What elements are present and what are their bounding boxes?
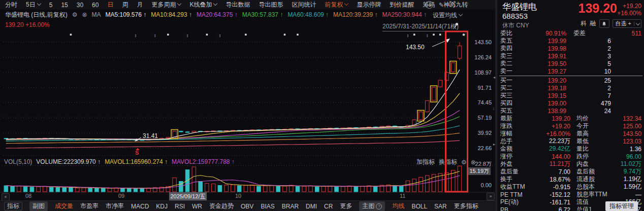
stat-value: 1.59亿 bbox=[613, 183, 641, 191]
stat-value: 125.00 bbox=[613, 123, 641, 130]
toolbar-item-周[interactable]: 周 bbox=[122, 1, 128, 9]
tab-副图[interactable]: 副图 bbox=[29, 201, 48, 211]
add-watchlist-button[interactable]: 自选 + bbox=[613, 19, 641, 28]
stat-value: 29.42亿 bbox=[539, 145, 570, 153]
stat-value: 96.00 bbox=[613, 153, 641, 160]
scroll-right-button[interactable]: » bbox=[487, 193, 495, 200]
bid-row[interactable]: 买五138.9924 bbox=[497, 107, 644, 115]
svg-text:↕: ↕ bbox=[407, 33, 409, 38]
ma-line bbox=[6, 133, 460, 143]
price-change: +19.20 bbox=[623, 3, 641, 10]
candles bbox=[4, 42, 462, 140]
alert-bell-icon[interactable] bbox=[599, 19, 609, 28]
ask-row[interactable]: 卖二139.505 bbox=[497, 60, 644, 67]
set-ma-button[interactable]: 设置均线 bbox=[433, 11, 462, 20]
toolbar-item-5日[interactable]: 5日 bbox=[26, 1, 41, 9]
tab-CR[interactable]: CR bbox=[324, 203, 333, 210]
toolbar-item-30[interactable]: 30 bbox=[77, 2, 83, 9]
toolbar-item-导出数据[interactable]: 导出数据 bbox=[226, 1, 250, 9]
tab-RSI[interactable]: RSI bbox=[175, 203, 185, 210]
ma-line bbox=[6, 126, 460, 141]
mavol2-value: MAVOL2:159777.788 ↑ bbox=[172, 158, 235, 165]
tab-资金趋势[interactable]: 资金趋势 bbox=[209, 202, 234, 210]
tab-成交量[interactable]: 成交量 bbox=[55, 202, 73, 210]
stat-row: 总手22.23万最低123.03 bbox=[497, 137, 644, 145]
tab-市盈率[interactable]: 市盈率 bbox=[80, 202, 99, 210]
tab-KDJ[interactable]: KDJ bbox=[156, 203, 168, 210]
ask-qty: 10 bbox=[566, 68, 611, 75]
toolbar-item-导出图形[interactable]: 导出图形 bbox=[259, 1, 283, 9]
bid-row[interactable]: 买四139.00479 bbox=[497, 99, 644, 107]
quote-rows: 委比90.91%委差511卖五139.996卖四139.982卖三139.913… bbox=[497, 29, 644, 211]
stat-value: -161.71 bbox=[539, 199, 570, 206]
toolbar-item-更多周期[interactable]: 更多周期 bbox=[151, 1, 181, 9]
tab-OBV[interactable]: OBV bbox=[241, 203, 253, 210]
bid-qty: 25 bbox=[566, 77, 611, 84]
draw-pen-icon[interactable]: ✎ bbox=[439, 2, 444, 9]
time-axis-label: 09 bbox=[118, 193, 124, 199]
tab-BRAR[interactable]: BRAR bbox=[282, 203, 299, 210]
ask-row[interactable]: 卖四139.982 bbox=[497, 45, 644, 52]
ask-price: 139.91 bbox=[521, 53, 566, 60]
splitter-grip-icon[interactable]: ⁞ bbox=[493, 107, 494, 111]
toolbar-item-日[interactable]: 日 bbox=[107, 1, 113, 9]
mavol1-value: MAVOL1:165960.274 ↑ bbox=[105, 158, 168, 165]
toolbar-item-15[interactable]: 15 bbox=[61, 2, 68, 9]
app-root: 分时5日5153060日周月更多周期K线叠加导出数据导出图形区间统计前复权显示停… bbox=[0, 0, 644, 211]
weibi-row: 委比90.91%委差511 bbox=[497, 29, 644, 37]
tab-BIAS[interactable]: BIAS bbox=[261, 203, 274, 210]
stat-row: 外盘11.21万内盘11.02万 bbox=[497, 160, 644, 168]
ma-value: MA20:64.375 ↑ bbox=[197, 11, 238, 18]
tab-均线[interactable]: 均线 bbox=[392, 202, 404, 210]
tab-主图[interactable]: 主图? bbox=[359, 201, 385, 211]
tag-margin: 融 bbox=[590, 19, 596, 28]
ask-row[interactable]: 卖五139.996 bbox=[497, 37, 644, 45]
bid-row[interactable]: 买一139.2025 bbox=[497, 77, 644, 84]
bid-price: 139.15 bbox=[521, 92, 566, 99]
toolbar-item-分时[interactable]: 分时 bbox=[5, 1, 17, 9]
toolbar-item-5[interactable]: 5 bbox=[49, 2, 53, 9]
collapse-handle-icon[interactable]: ◂ bbox=[493, 75, 495, 80]
ask-row[interactable]: 卖三139.913 bbox=[497, 52, 644, 60]
toolbar-item-显示停牌[interactable]: 显示停牌 bbox=[357, 1, 381, 9]
tab-更多[interactable]: 更多 bbox=[340, 202, 352, 210]
date-range-label[interactable]: 2025/7/31-2025/11/14(71根) bbox=[382, 22, 459, 31]
ask-qty: 6 bbox=[566, 38, 611, 45]
stat-row: 收益TTM-0.915总股本1.59亿 bbox=[497, 183, 644, 191]
fullscreen-icon[interactable] bbox=[449, 1, 456, 9]
tab-SAR[interactable]: SAR bbox=[434, 203, 447, 210]
indicator-manager-button[interactable]: 指标管理 bbox=[605, 201, 638, 211]
stat-row: 涨幅+16.00%最高143.50 bbox=[497, 130, 644, 137]
toolbar-item-前复权[interactable]: 前复权 bbox=[325, 1, 348, 9]
expand-handle-icon[interactable]: ▸ bbox=[493, 142, 495, 147]
add-indicator-button[interactable]: 加指标 bbox=[416, 158, 435, 166]
gear-icon[interactable]: ⚙ bbox=[72, 11, 78, 18]
tab-BOLL[interactable]: BOLL bbox=[411, 203, 427, 210]
stat-row: 金额29.42亿量比1.36 bbox=[497, 145, 644, 153]
ask-row[interactable]: 卖一139.2710 bbox=[497, 67, 644, 75]
ask-label: 卖一 bbox=[500, 67, 521, 76]
tab-市净率[interactable]: 市净率 bbox=[106, 202, 124, 210]
svg-text:↕: ↕ bbox=[219, 33, 221, 38]
toolbar-item-到价提醒[interactable]: 到价提醒 bbox=[390, 1, 414, 9]
chevron-down-icon bbox=[344, 2, 348, 6]
toolbar-item-K线叠加[interactable]: K线叠加 bbox=[189, 1, 217, 9]
scroll-left-button[interactable]: « bbox=[2, 193, 10, 201]
close-icon[interactable]: ⊗ bbox=[82, 11, 87, 18]
toolbar-item-60[interactable]: 60 bbox=[92, 2, 99, 9]
timer-icon[interactable] bbox=[426, 1, 433, 9]
switch-indicator-button[interactable]: 换指标 bbox=[439, 158, 457, 166]
toolbar-item-月[interactable]: 月 bbox=[137, 1, 143, 9]
gridlines bbox=[0, 42, 495, 192]
toolbar-item-区间统计[interactable]: 区间统计 bbox=[292, 1, 316, 9]
pin-icon[interactable] bbox=[454, 22, 459, 30]
tab-更多指标[interactable]: 更多指标 bbox=[454, 202, 478, 210]
tab-MACD[interactable]: MACD bbox=[131, 203, 149, 210]
tab-WR[interactable]: WR bbox=[192, 203, 202, 210]
bid-row[interactable]: 买二139.182 bbox=[497, 84, 644, 92]
stat-value: 1.36 bbox=[613, 146, 641, 153]
tab-指标[interactable]: 指标 bbox=[4, 202, 22, 210]
time-axis-label: 10 bbox=[235, 193, 241, 199]
bid-row[interactable]: 买三139.157 bbox=[497, 92, 644, 99]
tab-DMI[interactable]: DMI bbox=[306, 203, 317, 210]
